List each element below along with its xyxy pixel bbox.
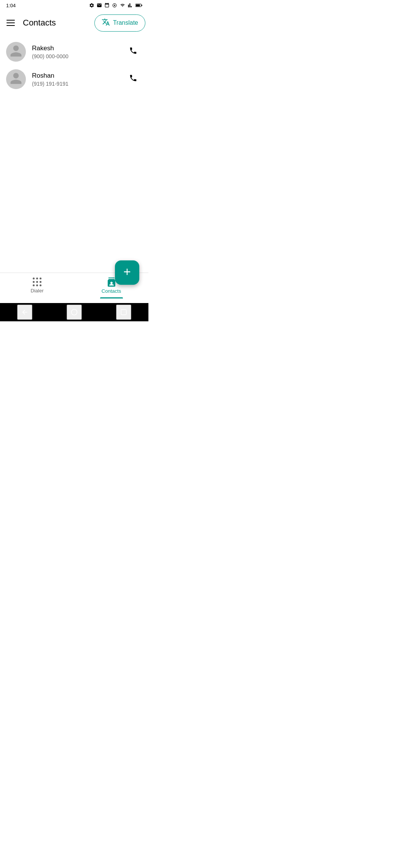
contact-name: Rakesh: [32, 44, 124, 53]
back-button[interactable]: [17, 305, 32, 320]
contacts-icon: [107, 278, 116, 287]
svg-rect-6: [121, 310, 126, 315]
contact-info: Rakesh (900) 000-0000: [32, 44, 124, 59]
bottom-nav: Dialer Contacts: [0, 273, 148, 303]
active-tab-indicator: [100, 297, 123, 298]
call-button[interactable]: [124, 70, 142, 88]
page-title: Contacts: [23, 18, 56, 28]
dialer-tab-label: Dialer: [31, 288, 44, 294]
settings-icon: [89, 3, 94, 8]
calendar-icon: [104, 3, 110, 8]
gmail-icon: [97, 3, 102, 8]
contact-info: Roshan (919) 191-9191: [32, 72, 124, 87]
contact-phone: (919) 191-9191: [32, 81, 124, 87]
app-bar-left: Contacts: [2, 14, 56, 32]
list-item[interactable]: Roshan (919) 191-9191: [0, 65, 148, 93]
svg-point-5: [72, 310, 77, 315]
contact-name: Roshan: [32, 72, 124, 80]
tab-contacts[interactable]: Contacts: [74, 276, 148, 295]
wifi-icon: [119, 3, 126, 8]
translate-button[interactable]: Translate: [94, 14, 145, 32]
svg-rect-4: [142, 5, 142, 6]
contacts-tab-label: Contacts: [102, 288, 121, 294]
menu-button[interactable]: [2, 14, 20, 32]
translate-button-label: Translate: [113, 19, 138, 26]
system-nav-bar: [0, 303, 148, 321]
translate-icon: [102, 18, 110, 28]
person-icon: [9, 44, 23, 59]
hamburger-icon: [6, 20, 15, 26]
call-button[interactable]: [124, 43, 142, 61]
target-icon: [112, 3, 117, 8]
tab-dialer[interactable]: Dialer: [0, 276, 74, 295]
recents-button[interactable]: [116, 305, 131, 320]
app-bar: Contacts Translate: [0, 11, 148, 35]
svg-rect-3: [136, 4, 140, 6]
status-time: 1:04: [6, 3, 16, 8]
phone-icon: [129, 46, 137, 57]
status-icons: [89, 3, 142, 8]
home-button[interactable]: [67, 305, 82, 320]
contact-list: Rakesh (900) 000-0000 Roshan (919) 191-9…: [0, 35, 148, 273]
list-item[interactable]: Rakesh (900) 000-0000: [0, 38, 148, 65]
person-icon: [9, 72, 23, 87]
avatar: [6, 69, 26, 89]
status-bar: 1:04: [0, 0, 148, 11]
contact-phone: (900) 000-0000: [32, 53, 124, 59]
phone-icon: [129, 74, 137, 85]
battery-icon: [135, 3, 142, 8]
signal-icon: [128, 3, 133, 8]
svg-point-1: [114, 5, 115, 6]
dialer-icon: [33, 278, 41, 286]
avatar: [6, 42, 26, 62]
